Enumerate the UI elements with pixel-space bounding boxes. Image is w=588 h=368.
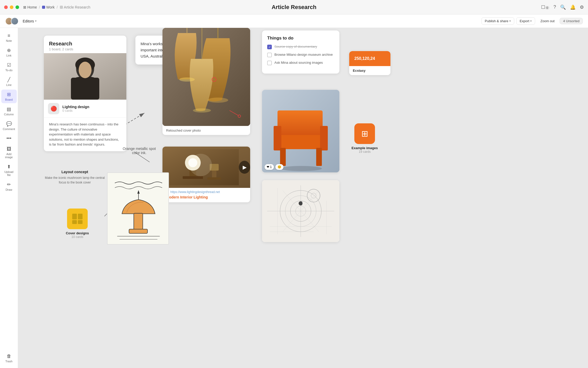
- sidebar-item-link[interactable]: ⊕ Link: [1, 45, 17, 59]
- cover-designs-card[interactable]: Cover designs 10 cards: [57, 209, 98, 239]
- titlebar: ⊠ Home / Work / Article Research Article…: [0, 0, 588, 14]
- settings-icon[interactable]: ⚙: [580, 4, 584, 10]
- svg-point-32: [190, 154, 212, 176]
- lamp-caption-text: Retouched cover photo: [166, 129, 201, 132]
- sidebar-upload-label: Upload file: [4, 170, 14, 177]
- link-card[interactable]: ▶ ♫ https://www.lightingdesignthread.net…: [162, 147, 250, 202]
- minimize-button[interactable]: [10, 5, 13, 9]
- play-button[interactable]: ▶: [239, 161, 250, 174]
- cover-designs-label: Cover designs: [57, 231, 98, 235]
- todo-checkbox-1[interactable]: ✓: [267, 45, 272, 49]
- todo-card[interactable]: Things to do ✓ Source copy of documentar…: [262, 30, 339, 74]
- sidebar-column-label: Column: [4, 113, 14, 116]
- sidebar-item-todo[interactable]: ☑ To-do: [1, 60, 17, 74]
- zoom-out-label: Zoom out: [540, 19, 554, 23]
- sidebar-item-column[interactable]: ▤ Column: [1, 104, 17, 118]
- svg-point-19: [208, 98, 228, 103]
- reaction-count: 1: [270, 165, 272, 169]
- lamp-caption: Retouched cover photo: [162, 126, 250, 135]
- board-icon: ⊞: [7, 92, 11, 97]
- sidebar: ≡ Note ⊕ Link ☑ To-do ╱ Line ⊞ Board ▤ C…: [0, 28, 18, 368]
- todo-item-1[interactable]: ✓ Source copy of documentary: [267, 44, 334, 49]
- sidebar-item-trash[interactable]: 🗑 Trash: [1, 351, 17, 365]
- svg-rect-37: [320, 126, 328, 150]
- cover-designs-icon: [67, 209, 88, 229]
- trash-icon: 🗑: [7, 354, 11, 359]
- sidebar-board-label: Board: [5, 98, 13, 101]
- todo-item-2[interactable]: Browse Milano design museum archive: [267, 52, 334, 57]
- svg-rect-63: [129, 229, 147, 234]
- blueprint-card[interactable]: 1: [262, 180, 339, 242]
- lamp-card[interactable]: Retouched cover photo: [162, 28, 250, 135]
- titlebar-right: ☐0 ? 🔍 🔔 ⚙: [541, 4, 584, 10]
- breadcrumb: ⊠ Home / Work / Article Research: [23, 5, 90, 9]
- todo-text-1: Source copy of documentary: [274, 44, 317, 49]
- heart-reaction[interactable]: ❤ 1: [265, 164, 274, 170]
- sidebar-trash-label: Trash: [5, 360, 13, 363]
- example-images-count: 19 cards: [349, 150, 380, 154]
- ecstasy-card[interactable]: 250,120,24 Ecstasy: [349, 51, 390, 75]
- chair-card[interactable]: ❤ 1 😊: [262, 90, 339, 172]
- breadcrumb-article[interactable]: Article Research: [60, 5, 91, 9]
- sidebar-item-upload[interactable]: ⬆ Upload file: [1, 162, 17, 179]
- svg-marker-65: [137, 190, 140, 194]
- sketch-card[interactable]: [107, 172, 169, 245]
- emoji-reaction[interactable]: 😊: [275, 164, 283, 170]
- svg-rect-60: [72, 220, 77, 224]
- svg-rect-29: [212, 170, 216, 178]
- add-image-icon: 🖼: [7, 146, 11, 152]
- todo-checkbox-2[interactable]: [267, 53, 272, 57]
- search-icon[interactable]: 🔍: [560, 4, 566, 10]
- example-images-card[interactable]: ⊞ Example images 19 cards: [349, 123, 380, 154]
- sidebar-item-more[interactable]: •••: [1, 134, 17, 143]
- publish-chevron: ▾: [509, 19, 511, 23]
- svg-text:1: 1: [302, 202, 303, 205]
- export-button[interactable]: Export ▾: [516, 17, 535, 25]
- svg-point-40: [281, 166, 322, 171]
- todo-checkbox-3[interactable]: [267, 61, 272, 65]
- sidebar-item-note[interactable]: ≡ Note: [1, 31, 17, 44]
- todo-item-3[interactable]: Ask Mina about sourcing images: [267, 60, 334, 65]
- ecstasy-orange-swatch: 250,120,24: [349, 51, 390, 66]
- line-icon: ╱: [7, 77, 10, 83]
- sidebar-item-board[interactable]: ⊞ Board: [1, 90, 17, 103]
- draw-icon: ✏: [7, 182, 11, 187]
- sidebar-item-comment[interactable]: 💬 Comment: [1, 119, 17, 133]
- lighting-icon: 🔴: [48, 103, 59, 114]
- upload-icon: ⬆: [7, 164, 11, 170]
- help-icon[interactable]: ?: [553, 4, 556, 10]
- sidebar-draw-label: Draw: [6, 188, 12, 191]
- breadcrumb-home[interactable]: ⊠ Home: [23, 5, 37, 9]
- notification-icon[interactable]: 🔔: [570, 4, 576, 10]
- inbox-icon[interactable]: ☐0: [541, 4, 549, 10]
- chair-image: ❤ 1 😊: [262, 90, 339, 172]
- maximize-button[interactable]: [15, 5, 19, 9]
- sidebar-item-add-image[interactable]: 🖼 Add image: [1, 144, 17, 161]
- svg-point-12: [79, 62, 92, 78]
- sidebar-item-line[interactable]: ╱ Line: [1, 75, 17, 89]
- blueprint-image: 1: [262, 180, 339, 242]
- ecstasy-value: 250,120,24: [354, 56, 375, 61]
- chair-reactions: ❤ 1 😊: [265, 164, 283, 170]
- breadcrumb-work[interactable]: Work: [42, 5, 54, 9]
- toolbar-left: Editors ▾: [5, 17, 39, 25]
- sidebar-comment-label: Comment: [3, 127, 15, 131]
- close-button[interactable]: [4, 5, 8, 9]
- toolbar: Editors ▾ Publish & share ▾ Export ▾ Zoo…: [0, 14, 588, 28]
- spot-note-text: Orange metallic spot color ink.: [123, 147, 156, 155]
- todo-title: Things to do: [267, 36, 334, 41]
- research-card-header: Research 1 board, 2 cards: [44, 36, 126, 53]
- sidebar-add-image-label: Add image: [4, 153, 14, 159]
- research-card[interactable]: Research 1 board, 2 cards: [44, 36, 126, 151]
- todo-icon: ☑: [7, 62, 11, 68]
- column-icon: ▤: [7, 106, 11, 112]
- avatar-2: [11, 17, 19, 25]
- publish-share-button[interactable]: Publish & share ▾: [481, 17, 514, 25]
- more-icon: •••: [6, 136, 11, 141]
- layout-concept-title: Layout concept: [44, 170, 106, 174]
- zoom-out-button[interactable]: Zoom out: [537, 18, 558, 25]
- article-icon: [60, 6, 63, 9]
- editors-button[interactable]: Editors ▾: [21, 18, 39, 24]
- sidebar-item-draw[interactable]: ✏ Draw: [1, 180, 17, 193]
- svg-rect-34: [277, 110, 323, 139]
